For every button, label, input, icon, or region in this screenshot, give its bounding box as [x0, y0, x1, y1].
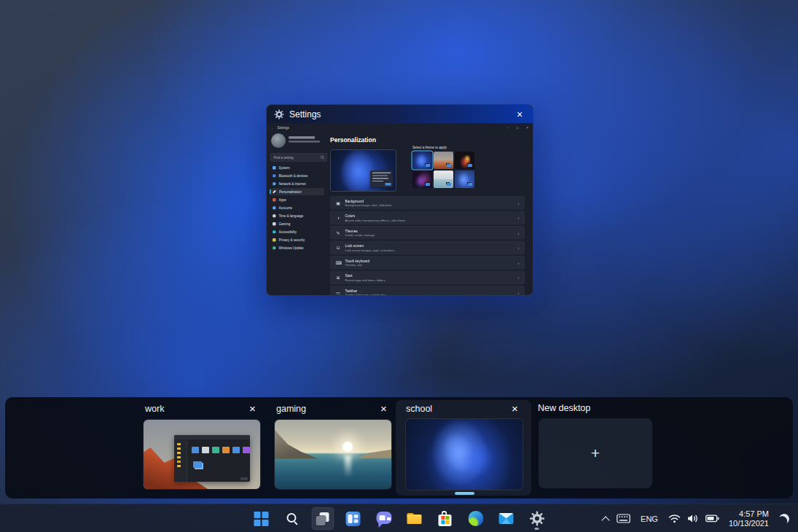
file-explorer-button[interactable]	[403, 507, 426, 530]
close-window-button[interactable]: ×	[514, 109, 525, 120]
microsoft-store-button[interactable]	[434, 507, 456, 530]
apps-icon	[273, 198, 276, 202]
background-icon: ▣	[336, 200, 341, 206]
close-desktop-school-button[interactable]: ×	[509, 402, 521, 415]
folder-icon	[407, 513, 422, 525]
colors-icon: ◑	[336, 215, 341, 220]
chevron-right-icon: ›	[518, 215, 520, 220]
settings-rows: ▣ BackgroundBackground image, color, sli…	[330, 196, 525, 295]
chevron-right-icon: ›	[518, 245, 520, 250]
desktop-thumbnail-gaming[interactable]	[275, 420, 391, 489]
gear-icon	[529, 511, 544, 526]
mail-icon	[499, 513, 514, 524]
close-icon: ×	[526, 126, 528, 130]
nav-item-network: Network & internet	[270, 180, 324, 187]
row-themes: ✎ ThemesInstall, create, manage ›	[330, 226, 525, 240]
nav-item-personalization: Personalization	[270, 188, 324, 195]
nav-item-bluetooth: Bluetooth & devices	[270, 172, 324, 179]
page-title: Personalization	[330, 136, 376, 144]
hidden-icons-chevron[interactable]	[601, 515, 610, 523]
tray-time: 4:57 PM	[729, 509, 769, 519]
theme-tile-purple	[412, 171, 432, 188]
active-desktop-indicator	[455, 492, 474, 495]
desktop-thumbnail-work[interactable]	[144, 420, 260, 489]
privacy-icon	[273, 238, 276, 242]
focus-assist-moon-icon	[778, 512, 790, 525]
language-indicator[interactable]: ENG	[637, 515, 662, 523]
theme-tile-blue-dark	[412, 152, 432, 169]
windows-logo-icon	[254, 512, 269, 526]
accounts-icon	[273, 206, 276, 210]
start-button[interactable]	[250, 507, 273, 530]
store-bag-icon	[439, 515, 452, 526]
theme-tile-flower-dark	[455, 152, 474, 169]
wifi-icon[interactable]	[668, 514, 681, 523]
nav-item-accounts: Accounts	[270, 204, 324, 211]
edge-button[interactable]	[464, 507, 487, 530]
task-view-icon	[316, 512, 330, 526]
task-view-button[interactable]	[311, 507, 334, 530]
widgets-button[interactable]	[342, 507, 364, 530]
theme-tile-sunset	[434, 152, 453, 169]
nav-item-privacy: Privacy & security	[270, 236, 324, 243]
maximize-icon: □	[517, 126, 519, 130]
search-placeholder: Find a setting	[274, 155, 294, 159]
theme-tile-blue-light	[455, 171, 474, 188]
desktop-label-gaming[interactable]: gaming	[276, 404, 306, 415]
themes-label: Select a theme to apply	[412, 146, 447, 149]
touch-keyboard-tray-icon[interactable]	[617, 514, 630, 523]
settings-window-preview[interactable]: Settings × ← Settings − □ × Find a setti…	[266, 104, 533, 296]
preview-titlebar: Settings ×	[267, 105, 533, 123]
new-desktop-label: New desktop	[538, 403, 590, 414]
taskbar: ENG 4:57 PM 10/13/2021	[0, 504, 798, 532]
clock[interactable]: 4:57 PM 10/13/2021	[729, 509, 769, 528]
close-desktop-work-button[interactable]: ×	[246, 402, 259, 415]
search-input: Find a setting	[270, 153, 327, 162]
settings-main: Personalization Select a theme to apply	[330, 133, 525, 295]
lock-screen-icon: ⊡	[336, 245, 341, 250]
chevron-right-icon: ›	[518, 260, 520, 265]
tray-date: 10/13/2021	[729, 519, 769, 528]
close-desktop-gaming-button[interactable]: ×	[378, 402, 390, 415]
desktop-label-work[interactable]: work	[145, 404, 164, 415]
touch-keyboard-icon: ⌨	[336, 260, 341, 265]
taskbar-icon: ▭	[336, 290, 341, 295]
edge-icon	[468, 511, 483, 526]
taskbar-center-icons	[250, 504, 548, 532]
row-colors: ◑ ColorsAccent color, transparency effec…	[330, 211, 525, 225]
user-name-blurred	[289, 136, 315, 139]
new-desktop-button[interactable]: +	[539, 418, 652, 488]
chevron-right-icon: ›	[518, 275, 520, 280]
gaming-icon	[273, 222, 276, 226]
chat-button[interactable]	[372, 507, 395, 530]
row-background: ▣ BackgroundBackground image, color, sli…	[330, 196, 525, 210]
search-button[interactable]	[281, 507, 303, 530]
chat-icon	[376, 512, 391, 524]
minimize-icon: −	[506, 126, 509, 130]
bluetooth-icon	[273, 174, 276, 178]
battery-icon[interactable]	[705, 515, 719, 523]
nav-item-apps: Apps	[270, 196, 324, 203]
nav-item-system: System	[270, 164, 324, 171]
back-arrow-icon: ←	[271, 126, 275, 130]
system-icon	[273, 166, 276, 170]
system-tray: ENG 4:57 PM 10/13/2021	[601, 504, 798, 532]
preview-window-title: Settings	[289, 109, 321, 120]
search-icon	[321, 156, 324, 160]
themes-icon: ✎	[336, 230, 341, 235]
windows-update-icon	[273, 246, 276, 250]
row-taskbar: ▭ TaskbarTaskbar behaviors, system pins …	[330, 286, 525, 295]
desktop-label-school[interactable]: school	[406, 404, 432, 415]
network-icon	[273, 182, 276, 186]
row-touch-keyboard: ⌨ Touch keyboardThemes, size ›	[330, 256, 525, 270]
desktop-thumbnail-school[interactable]	[406, 419, 523, 490]
nav-item-gaming: Gaming	[270, 220, 324, 227]
mail-button[interactable]	[495, 507, 517, 530]
settings-button[interactable]	[525, 507, 548, 530]
row-lock-screen: ⊡ Lock screenLock screen images, apps, a…	[330, 241, 525, 255]
hero-mini-button	[386, 183, 391, 186]
avatar	[271, 133, 286, 148]
accessibility-icon	[273, 230, 276, 234]
settings-sidebar: Find a setting System Bluetooth & device…	[270, 133, 327, 295]
volume-icon[interactable]	[687, 514, 699, 523]
